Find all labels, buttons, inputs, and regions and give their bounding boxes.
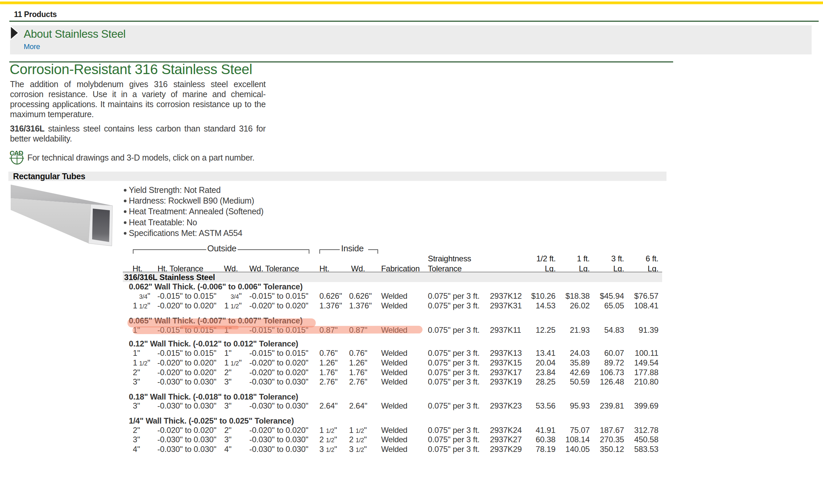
svg-text:CAD: CAD [10,150,23,157]
